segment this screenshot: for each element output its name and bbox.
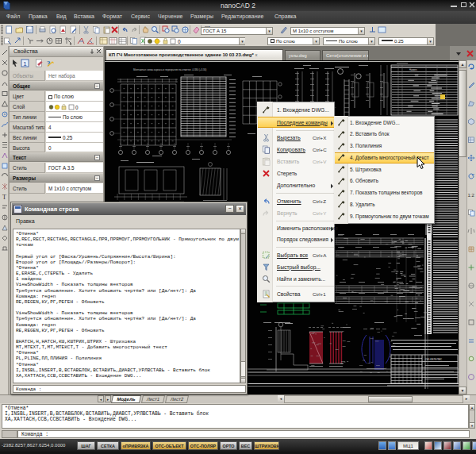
- svg-text:?: ?: [47, 60, 51, 67]
- svg-text:0: 0: [178, 39, 181, 44]
- svg-text:T: T: [2, 194, 6, 201]
- svg-text:1: 1: [23, 60, 27, 67]
- svg-text:Монтажная схема каркаса и пере: Монтажная схема каркаса и перекрытия на …: [133, 68, 206, 71]
- svg-text:Наимен.: Наимен.: [409, 68, 417, 71]
- svg-text:1:2: 1:2: [468, 193, 475, 198]
